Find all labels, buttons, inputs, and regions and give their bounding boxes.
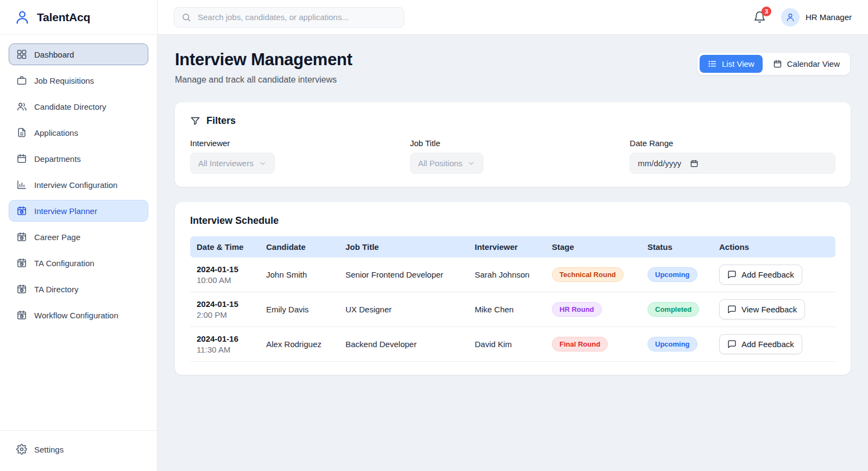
chevron-down-icon — [259, 159, 267, 167]
users-icon — [16, 101, 27, 112]
sidebar-item-label: Candidate Directory — [34, 102, 106, 111]
calendar-clock-icon — [16, 231, 27, 242]
stage-badge: HR Round — [552, 302, 602, 317]
gear-icon — [16, 444, 27, 455]
schedule-body: 2024-01-15 10:00 AM John Smith Senior Fr… — [190, 258, 835, 362]
filters-grid: Interviewer All Interviewers Job Title A… — [190, 139, 835, 174]
table-row: 2024-01-15 2:00 PM Emily Davis UX Design… — [190, 292, 835, 327]
avatar — [781, 8, 800, 27]
job-title-cell: Senior Frontend Developer — [339, 258, 468, 292]
briefcase-icon — [16, 75, 27, 86]
search-input[interactable] — [197, 12, 397, 22]
interview-time: 10:00 AM — [197, 275, 253, 285]
status-badge: Upcoming — [647, 267, 697, 282]
sidebar-item-settings[interactable]: Settings — [9, 438, 148, 460]
global-search[interactable] — [174, 7, 404, 28]
interviewer-select[interactable]: All Interviewers — [190, 153, 275, 174]
sidebar-item-candidate-directory[interactable]: Candidate Directory — [9, 96, 148, 117]
sidebar-item-career-page[interactable]: Career Page — [9, 226, 148, 248]
list-view-label: List View — [722, 59, 754, 68]
feedback-button[interactable]: Add Feedback — [719, 334, 802, 354]
page-header: Interview Management Manage and track al… — [175, 50, 851, 85]
sidebar-item-departments[interactable]: Departments — [9, 148, 148, 169]
bar-chart-icon — [16, 179, 27, 190]
column-header: Stage — [545, 236, 641, 258]
app-name: TalentAcq — [37, 11, 90, 24]
filter-interviewer: Interviewer All Interviewers — [190, 139, 396, 174]
notification-count-badge: 3 — [762, 7, 771, 16]
interviewer-name: Sarah Johnson — [468, 258, 545, 292]
sidebar-item-label: Applications — [34, 128, 78, 137]
interview-table: Date & TimeCandidateJob TitleInterviewer… — [190, 236, 835, 362]
sidebar-item-interview-configuration[interactable]: Interview Configuration — [9, 174, 148, 196]
column-header: Interviewer — [468, 236, 545, 258]
list-view-button[interactable]: List View — [700, 55, 763, 73]
job-title-select-value: All Positions — [418, 159, 463, 168]
sidebar-nav: Dashboard Job Requisitions Candidate Dir… — [0, 35, 157, 430]
view-toggle: List View Calendar View — [697, 52, 851, 76]
column-header: Status — [641, 236, 713, 258]
date-range-value: mm/dd/yyyy — [638, 159, 681, 168]
notifications-button[interactable]: 3 — [753, 11, 766, 23]
calendar-picker-icon — [690, 159, 699, 168]
interview-time: 11:30 AM — [197, 345, 253, 354]
stage-badge: Final Round — [552, 337, 608, 351]
sidebar-item-label: Departments — [34, 154, 81, 164]
column-header: Actions — [713, 236, 835, 258]
calendar-icon — [773, 59, 782, 68]
interview-schedule-card: Interview Schedule Date & TimeCandidateJ… — [175, 202, 851, 375]
sidebar-item-label: TA Configuration — [34, 259, 95, 268]
sidebar-item-ta-configuration[interactable]: TA Configuration — [9, 252, 148, 274]
candidate-name: Emily Davis — [260, 292, 339, 327]
topbar: 3 HR Manager — [158, 0, 868, 35]
person-icon — [785, 12, 795, 22]
schedule-title: Interview Schedule — [190, 215, 835, 227]
filter-job-title: Job Title All Positions — [410, 139, 616, 174]
main-content: Interview Management Manage and track al… — [158, 35, 868, 471]
date-range-input[interactable]: mm/dd/yyyy — [630, 153, 835, 174]
date-range-filter-label: Date Range — [630, 139, 835, 148]
interviewer-filter-label: Interviewer — [190, 139, 396, 148]
calendar-view-label: Calendar View — [787, 59, 840, 68]
chevron-down-icon — [467, 159, 475, 167]
user-menu[interactable]: HR Manager — [781, 8, 852, 27]
filters-card: Filters Interviewer All Interviewers Job… — [175, 102, 851, 187]
sidebar-item-label: Job Requisitions — [34, 76, 94, 85]
interview-date: 2024-01-15 — [197, 265, 253, 274]
chat-icon — [727, 270, 737, 279]
table-row: 2024-01-15 10:00 AM John Smith Senior Fr… — [190, 258, 835, 292]
chat-icon — [727, 305, 737, 314]
sidebar-item-label: Workflow Configuration — [34, 311, 118, 320]
sidebar-item-label: Interview Configuration — [34, 180, 117, 190]
chat-icon — [727, 340, 737, 349]
sidebar-item-interview-planner[interactable]: Interview Planner — [9, 200, 148, 222]
sidebar-footer: Settings — [0, 430, 157, 471]
list-icon — [708, 59, 717, 68]
calendar-clock-icon — [16, 205, 27, 216]
job-title-filter-label: Job Title — [410, 139, 616, 148]
sidebar-item-ta-directory[interactable]: TA Directory — [9, 278, 148, 300]
candidate-name: Alex Rodriguez — [260, 327, 339, 362]
sidebar-item-workflow-configuration[interactable]: Workflow Configuration — [9, 304, 148, 326]
user-name: HR Manager — [806, 12, 852, 22]
sidebar-item-label: Dashboard — [34, 50, 74, 59]
feedback-button[interactable]: Add Feedback — [719, 265, 802, 285]
grid-icon — [16, 49, 27, 60]
calendar-view-button[interactable]: Calendar View — [765, 55, 848, 73]
topbar-right: 3 HR Manager — [753, 8, 852, 27]
job-title-select[interactable]: All Positions — [410, 153, 484, 174]
interviewer-name: David Kim — [468, 327, 545, 362]
feedback-button[interactable]: View Feedback — [719, 299, 805, 319]
sidebar-item-applications[interactable]: Applications — [9, 122, 148, 143]
sidebar-item-label: Career Page — [34, 233, 80, 242]
interviewer-name: Mike Chen — [468, 292, 545, 327]
sidebar-item-label: Settings — [34, 445, 64, 454]
sidebar-item-label: TA Directory — [34, 285, 78, 294]
sidebar-item-dashboard[interactable]: Dashboard — [9, 43, 148, 65]
person-logo-icon — [14, 9, 30, 26]
app-logo: TalentAcq — [0, 0, 157, 35]
status-badge: Upcoming — [647, 337, 697, 351]
funnel-icon — [190, 116, 200, 126]
sidebar-item-job-requisitions[interactable]: Job Requisitions — [9, 70, 148, 91]
interview-date: 2024-01-16 — [197, 334, 253, 343]
